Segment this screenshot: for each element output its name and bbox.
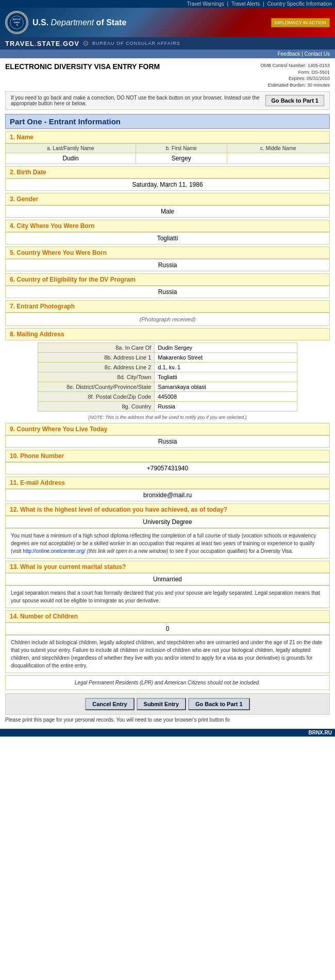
mailing-address-header: 8. Mailing Address — [5, 328, 330, 340]
middle-name-value — [227, 153, 329, 164]
table-row: 8d. City/Town Togliatti — [38, 372, 297, 382]
children-info2: Legal Permanent Residents (LPR) and Amer… — [5, 675, 330, 690]
site-logo: TRAVEL.STATE.GOV — [5, 40, 79, 47]
feedback-link[interactable]: Feedback — [277, 51, 300, 57]
table-row: 8g. Country Russia — [38, 402, 297, 412]
middle-name-col-header: c. Middle Name — [227, 144, 329, 153]
feedback-bar: Feedback | Contact Us — [0, 50, 335, 58]
first-name-col-header: b. First Name — [136, 144, 227, 153]
contact-link[interactable]: Contact Us — [305, 51, 330, 57]
photograph-label: 7. Entrant Photograph — [10, 303, 325, 310]
phone-label: 10. Phone Number — [10, 452, 325, 460]
cancel-entry-button[interactable]: Cancel Entry — [85, 698, 134, 710]
bottom-buttons-row: Cancel Entry Submit Entry Go Back to Par… — [5, 693, 330, 715]
city-label: 8d. City/Town — [38, 372, 155, 382]
state-value: Samarskaya oblast — [155, 382, 297, 392]
name-label: 1. Name — [10, 134, 325, 141]
table-row: 8e. District/County/Province/State Samar… — [38, 382, 297, 392]
site-header: DEPT OF STATE ★ U.S. Department of State… — [0, 8, 335, 37]
addr1-value: Makarenko Street — [155, 353, 297, 363]
phone-value: +79057431940 — [5, 462, 330, 475]
marital-info: Legal separation means that a court has … — [5, 585, 330, 608]
last-name-col-header: a. Last/Family Name — [6, 144, 136, 153]
mailing-address-label: 8. Mailing Address — [10, 331, 325, 338]
country-eligibility-label: 6. Country of Eligibility for the DV Pro… — [10, 276, 325, 283]
name-table: a. Last/Family Name b. First Name c. Mid… — [5, 143, 330, 164]
travel-alerts-link[interactable]: Travel Alerts — [231, 1, 260, 7]
bureau-label: Bureau of Consular Affairs — [92, 41, 180, 46]
name-field-header: 1. Name — [5, 131, 330, 143]
department-title: U.S. Department of State — [32, 18, 126, 27]
onet-link[interactable]: http://online.onetcenter.org/ — [23, 548, 85, 554]
svg-text:STATE: STATE — [14, 22, 20, 24]
top-bar: Travel Warnings | Travel Alerts | Countr… — [0, 0, 335, 8]
print-notice: Please print this page for your personal… — [5, 715, 330, 725]
education-header: 12. What is the highest level of educati… — [5, 503, 330, 516]
part-one-title: Part One - Entrant Information — [10, 117, 325, 126]
country-born-label: 5. Country Where You Were Born — [10, 249, 325, 256]
form-title-row: OMB Control Number: 1405-0153 Form: DS-5… — [5, 62, 330, 88]
table-row: 8c. Address Line 2 d.1, kv. 1 — [38, 363, 297, 372]
marital-value: Unmarried — [5, 573, 330, 585]
state-label: 8e. District/County/Province/State — [38, 382, 155, 392]
country-eligibility-header: 6. Country of Eligibility for the DV Pro… — [5, 273, 330, 286]
table-row: 8a. In Care Of Dudin Sergey — [38, 343, 297, 353]
postal-value: 445008 — [155, 392, 297, 402]
country-born-header: 5. Country Where You Were Born — [5, 247, 330, 259]
addr2-value: d.1, kv. 1 — [155, 363, 297, 372]
address-table: 8a. In Care Of Dudin Sergey 8b. Address … — [38, 342, 297, 412]
children-info1: Children include all biological children… — [5, 635, 330, 673]
submit-entry-button[interactable]: Submit Entry — [137, 698, 186, 710]
postal-label: 8f. Postal Code/Zip Code — [38, 392, 155, 402]
travel-warnings-link[interactable]: Travel Warnings — [187, 1, 224, 7]
birth-date-header: 2. Birth Date — [5, 166, 330, 178]
children-label: 14. Number of Children — [10, 613, 325, 620]
bar-divider: ⚙ — [82, 39, 89, 47]
gender-header: 3. Gender — [5, 193, 330, 205]
addr1-label: 8b. Address Line 1 — [38, 353, 155, 363]
country-eligibility-value: Russia — [5, 286, 330, 298]
in-care-label: 8a. In Care Of — [38, 343, 155, 353]
last-name-value: Dudin — [6, 153, 136, 164]
header-left: DEPT OF STATE ★ U.S. Department of State — [5, 11, 126, 34]
country-born-value: Russia — [5, 259, 330, 271]
travel-bar: TRAVEL.STATE.GOV ⚙ Bureau of Consular Af… — [0, 37, 335, 50]
photograph-value: (Photograph received) — [5, 313, 330, 326]
country-specific-link[interactable]: Country Specific Information — [267, 1, 332, 7]
table-row: 8f. Postal Code/Zip Code 445008 — [38, 392, 297, 402]
marital-header: 13. What is your current marital status? — [5, 561, 330, 573]
country-label: 8g. Country — [38, 402, 155, 412]
notice-row: If you need to go back and make a correc… — [5, 91, 330, 110]
children-header: 14. Number of Children — [5, 610, 330, 623]
city-born-header: 4. City Where You Were Born — [5, 220, 330, 232]
email-label: 11. E-mail Address — [10, 479, 325, 486]
city-born-value: Togliatti — [5, 232, 330, 244]
first-name-value: Sergey — [136, 153, 227, 164]
go-back-bottom-button[interactable]: Go Back to Part 1 — [188, 698, 250, 710]
country-today-value: Russia — [5, 435, 330, 448]
notice-text: If you need to go back and make a correc… — [11, 95, 260, 106]
svg-text:DEPT OF: DEPT OF — [13, 19, 21, 21]
address-note: (NOTE: This is the address that will be … — [5, 414, 330, 421]
education-value: University Degree — [5, 516, 330, 528]
birth-date-value: Saturday, March 11, 1986 — [5, 178, 330, 191]
country-value: Russia — [155, 402, 297, 412]
separator2: | — [263, 1, 265, 7]
city-born-label: 4. City Where You Were Born — [10, 222, 325, 230]
part-one-header: Part One - Entrant Information — [5, 114, 330, 129]
children-value: 0 — [5, 623, 330, 635]
marital-label: 13. What is your current marital status? — [10, 563, 325, 570]
photograph-header: 7. Entrant Photograph — [5, 300, 330, 313]
main-content: OMB Control Number: 1405-0153 Form: DS-5… — [0, 58, 335, 729]
phone-header: 10. Phone Number — [5, 450, 330, 462]
in-care-value: Dudin Sergey — [155, 343, 297, 353]
table-row: 8b. Address Line 1 Makarenko Street — [38, 353, 297, 363]
country-today-label: 9. Country Where You Live Today — [10, 426, 325, 433]
education-label: 12. What is the highest level of educati… — [10, 506, 325, 513]
separator1: | — [227, 1, 230, 7]
omb-info: OMB Control Number: 1405-0153 Form: DS-5… — [260, 62, 330, 88]
go-back-top-button[interactable]: Go Back to Part 1 — [265, 95, 324, 106]
addr2-label: 8c. Address Line 2 — [38, 363, 155, 372]
diplomacy-btn: DIPLOMACY IN ACTION — [271, 18, 330, 27]
email-header: 11. E-mail Address — [5, 477, 330, 489]
